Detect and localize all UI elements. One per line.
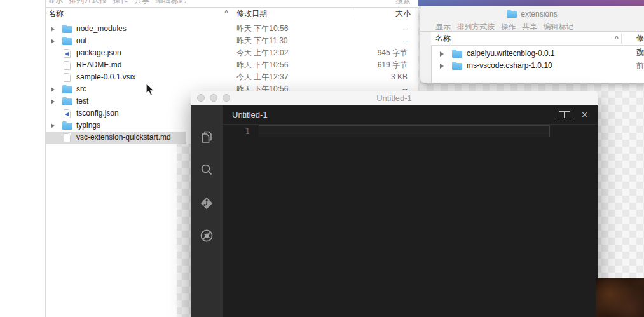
table-row[interactable]: sample-0.0.1.vsix 今天 上午12:37 3 KB bbox=[46, 71, 418, 83]
folder-icon bbox=[62, 38, 72, 45]
file-date: 昨天 下午11:30 bbox=[236, 35, 287, 47]
header-bottom-hairline bbox=[46, 20, 418, 20]
file-name: src bbox=[76, 83, 86, 95]
toolbar-item-arrange[interactable]: 排列方式按 bbox=[456, 22, 495, 31]
split-editor-icon[interactable] bbox=[559, 111, 570, 119]
folder-icon bbox=[62, 26, 72, 33]
line-number: 1 bbox=[223, 126, 250, 138]
finder-left-list-header: 名称 ^ 修改日期 大小 bbox=[46, 7, 418, 20]
finder-right-toolbar: 显示 排列方式按 操作 共享 编辑标记 bbox=[435, 22, 573, 30]
header-divider-3 bbox=[414, 8, 414, 18]
header-divider-1 bbox=[233, 8, 233, 18]
header-divider-2 bbox=[352, 8, 352, 18]
toolbar-item-view[interactable]: 显示 bbox=[435, 22, 451, 31]
finder-right-title: extensions bbox=[420, 10, 644, 20]
document-icon bbox=[64, 133, 71, 142]
table-row[interactable]: out 昨天 下午11:30 -- bbox=[46, 35, 418, 47]
disclosure-triangle-icon[interactable] bbox=[51, 27, 55, 32]
disclosure-triangle-icon[interactable] bbox=[51, 87, 55, 92]
window-title: Untitled-1 bbox=[191, 91, 598, 105]
table-row[interactable]: README.md 昨天 下午10:56 619 字节 bbox=[46, 59, 418, 71]
toolbar-item-view[interactable]: 显示 bbox=[48, 0, 63, 4]
file-name: test bbox=[76, 95, 88, 107]
file-date: 昨天 下午10:56 bbox=[236, 59, 288, 71]
editor-tab-label[interactable]: Untitled-1 bbox=[232, 105, 268, 125]
document-icon bbox=[64, 73, 71, 82]
column-header-date[interactable]: 修改日期 bbox=[236, 7, 267, 20]
editor-area[interactable]: Untitled-1 × 1 bbox=[223, 105, 598, 317]
window-title-text: extensions bbox=[521, 10, 557, 18]
file-size: 945 字节 bbox=[378, 47, 408, 59]
table-row[interactable]: ms-vscode.csharp-1.0.10 前天 bbox=[431, 60, 644, 72]
disclosure-triangle-icon[interactable] bbox=[51, 39, 55, 44]
sort-caret-icon: ^ bbox=[615, 32, 619, 45]
close-icon[interactable]: × bbox=[582, 105, 587, 125]
finder-left-search-label[interactable]: 搜索 bbox=[395, 0, 411, 4]
toolbar-item-tags[interactable]: 编辑标记 bbox=[155, 0, 186, 4]
file-name: README.md bbox=[76, 59, 121, 71]
toolbar-item-share[interactable]: 共享 bbox=[522, 22, 537, 31]
vscode-body: Untitled-1 × 1 bbox=[191, 105, 598, 317]
json-file-icon bbox=[64, 49, 71, 58]
finder-right-list-header: 名称 ^ 修改 bbox=[431, 32, 644, 45]
file-name: caipeiyu.writecnblog-0.0.1 bbox=[467, 48, 555, 60]
vscode-window: Untitled-1 bbox=[191, 91, 598, 317]
table-row[interactable]: node_modules 昨天 下午10:56 -- bbox=[46, 23, 418, 35]
file-name: typings bbox=[76, 119, 100, 132]
table-row[interactable]: package.json 今天 上午12:02 945 字节 bbox=[46, 47, 418, 59]
toolbar-item-tags[interactable]: 编辑标记 bbox=[543, 22, 573, 31]
folder-icon bbox=[62, 123, 72, 130]
file-size: -- bbox=[402, 35, 408, 47]
sort-caret-icon: ^ bbox=[224, 7, 228, 20]
finder-left-toolbar: 显示 排列方式按 操作 共享 编辑标记 bbox=[48, 0, 186, 5]
file-date: 今天 上午12:37 bbox=[236, 71, 288, 83]
file-date: 前天 bbox=[636, 60, 644, 72]
file-size: 3 KB bbox=[391, 71, 408, 83]
column-header-size[interactable]: 大小 bbox=[395, 7, 411, 20]
file-name: out bbox=[76, 35, 87, 47]
vscode-titlebar[interactable]: Untitled-1 bbox=[191, 91, 598, 105]
desktop-photo-fragment bbox=[596, 278, 644, 317]
file-name: sample-0.0.1.vsix bbox=[76, 71, 135, 83]
activity-bar bbox=[191, 105, 223, 317]
disclosure-triangle-icon[interactable] bbox=[440, 51, 444, 57]
disclosure-triangle-icon[interactable] bbox=[51, 123, 55, 128]
header-divider bbox=[621, 34, 622, 44]
explorer-icon[interactable] bbox=[199, 130, 214, 145]
toolbar-item-arrange[interactable]: 排列方式按 bbox=[69, 0, 107, 4]
folder-icon bbox=[507, 11, 517, 18]
toolbar-item-action[interactable]: 操作 bbox=[501, 22, 516, 31]
file-name: vsc-extension-quickstart.md bbox=[76, 132, 171, 144]
file-size: -- bbox=[402, 23, 408, 35]
git-icon[interactable] bbox=[199, 196, 214, 211]
file-name: package.json bbox=[76, 47, 121, 59]
file-date: 昨天 下午10:56 bbox=[236, 23, 288, 35]
disclosure-triangle-icon[interactable] bbox=[51, 99, 55, 104]
header-top-hairline bbox=[46, 7, 418, 8]
editor-title-row: Untitled-1 × bbox=[223, 105, 598, 125]
file-name: node_modules bbox=[76, 23, 127, 35]
file-size: 619 字节 bbox=[378, 59, 408, 71]
toolbar-item-share[interactable]: 共享 bbox=[134, 0, 149, 4]
folder-icon bbox=[62, 86, 72, 93]
json-file-icon bbox=[64, 109, 71, 118]
finder-left-sidebar-bg bbox=[0, 144, 177, 317]
current-line-highlight[interactable] bbox=[259, 125, 550, 137]
document-icon bbox=[64, 61, 71, 70]
file-date: 201 bbox=[636, 48, 644, 60]
search-icon[interactable] bbox=[199, 162, 214, 177]
file-name: tsconfig.json bbox=[76, 107, 119, 119]
column-header-name[interactable]: 名称 bbox=[48, 7, 64, 20]
folder-icon bbox=[452, 63, 462, 70]
finder-window-extensions: extensions 显示 排列方式按 操作 共享 编辑标记 名称 ^ 修改 c… bbox=[420, 6, 644, 83]
mouse-cursor-icon bbox=[145, 83, 155, 97]
header-bottom-hairline bbox=[431, 45, 644, 46]
file-name: ms-vscode.csharp-1.0.10 bbox=[467, 60, 552, 72]
disclosure-triangle-icon[interactable] bbox=[440, 64, 444, 69]
table-row[interactable]: caipeiyu.writecnblog-0.0.1 201 bbox=[431, 48, 644, 60]
finder-right-file-list: caipeiyu.writecnblog-0.0.1 201 ms-vscode… bbox=[431, 48, 644, 72]
debug-icon[interactable] bbox=[199, 228, 214, 243]
column-header-name[interactable]: 名称 bbox=[435, 32, 451, 45]
toolbar-item-action[interactable]: 操作 bbox=[113, 0, 128, 4]
desktop-wallpaper-strip bbox=[413, 0, 644, 6]
